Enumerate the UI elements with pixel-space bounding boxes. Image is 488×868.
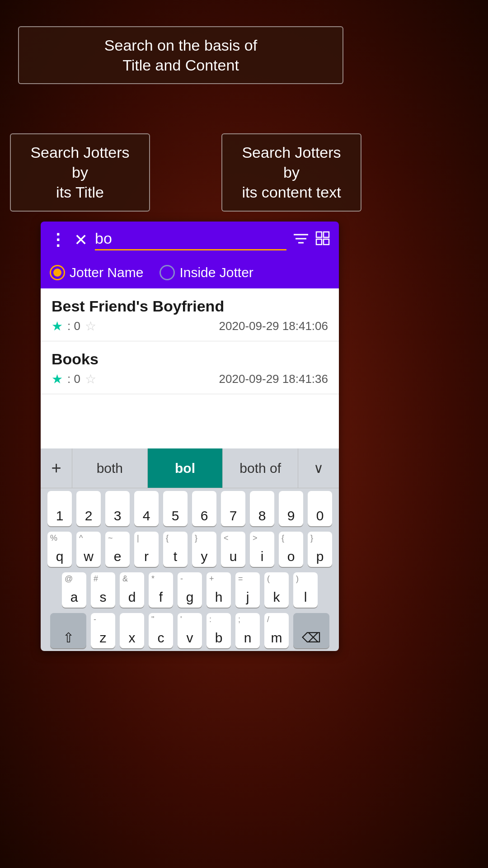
svg-rect-5 — [316, 232, 322, 237]
key-m[interactable]: /m — [264, 613, 289, 648]
autocomplete-item-both[interactable]: both — [72, 448, 148, 488]
autocomplete-item-both-of[interactable]: both of — [223, 448, 298, 488]
radio-inside-jotter-circle[interactable] — [160, 265, 175, 280]
key-7[interactable]: 7 — [221, 491, 245, 526]
radio-jotter-name-label: Jotter Name — [70, 265, 143, 280]
key-b[interactable]: :b — [206, 613, 231, 648]
autocomplete-bar: + both bol both of ∨ — [41, 448, 339, 488]
menu-dots-icon[interactable]: ⋮ — [50, 231, 67, 250]
keyboard-row-zxcv: ⇧ -z x "c 'v :b ;n /m ⌫ — [41, 610, 339, 651]
result-meta-2: ★ : 0 ☆ 2020-09-29 18:41:36 — [52, 372, 328, 387]
key-u[interactable]: <u — [221, 532, 245, 567]
result-item-2[interactable]: Books ★ : 0 ☆ 2020-09-29 18:41:36 — [41, 341, 339, 394]
key-e[interactable]: ~e — [105, 532, 130, 567]
tooltip-left-text: Search Jotters byits Title — [30, 144, 129, 201]
key-delete[interactable]: ⌫ — [293, 613, 329, 648]
key-n[interactable]: ;n — [235, 613, 260, 648]
result-date-2: 2020-09-29 18:41:36 — [219, 372, 328, 386]
star-count-1: : 0 — [67, 319, 80, 333]
key-h[interactable]: +h — [206, 572, 231, 608]
key-g[interactable]: -g — [178, 572, 202, 608]
result-meta-1: ★ : 0 ☆ 2020-09-29 18:41:06 — [52, 319, 328, 334]
key-f[interactable]: *f — [149, 572, 173, 608]
grid-icon[interactable] — [315, 231, 330, 249]
tooltip-search-title: Search Jotters byits Title — [10, 133, 150, 212]
close-icon[interactable]: ✕ — [74, 231, 88, 250]
stars-area-2: ★ : 0 ☆ — [52, 372, 96, 387]
keyboard-row-numbers: 1 2 3 4 5 6 7 8 9 0 — [41, 488, 339, 529]
search-bar: ⋮ ✕ bo — [41, 222, 339, 259]
key-2[interactable]: 2 — [76, 491, 101, 526]
phone-ui: ⋮ ✕ bo — [41, 222, 339, 651]
key-j[interactable]: =j — [235, 572, 260, 608]
stars-area-1: ★ : 0 ☆ — [52, 319, 96, 334]
key-d[interactable]: &d — [120, 572, 144, 608]
radio-jotter-name-circle[interactable] — [50, 265, 65, 280]
key-c[interactable]: "c — [149, 613, 173, 648]
filter-icon[interactable] — [294, 232, 308, 249]
key-q[interactable]: %q — [47, 532, 72, 567]
keyboard-row-asdf: @a #s &d *f -g +h =j (k )l — [41, 570, 339, 610]
search-input[interactable]: bo — [95, 230, 286, 250]
key-o[interactable]: {o — [279, 532, 303, 567]
key-w[interactable]: ^w — [76, 532, 101, 567]
tooltip-top-text: Search on the basis ofTitle and Content — [104, 37, 257, 74]
svg-rect-8 — [324, 239, 329, 245]
key-3[interactable]: 3 — [105, 491, 130, 526]
key-9[interactable]: 9 — [279, 491, 303, 526]
key-5[interactable]: 5 — [163, 491, 188, 526]
key-8[interactable]: 8 — [250, 491, 274, 526]
radio-inside-jotter-label: Inside Jotter — [179, 265, 253, 280]
key-shift[interactable]: ⇧ — [50, 613, 86, 648]
key-s[interactable]: #s — [91, 572, 115, 608]
results-list: Best Friend's Boyfriend ★ : 0 ☆ 2020-09-… — [41, 288, 339, 394]
key-r[interactable]: |r — [134, 532, 159, 567]
key-a[interactable]: @a — [62, 572, 86, 608]
result-item-1[interactable]: Best Friend's Boyfriend ★ : 0 ☆ 2020-09-… — [41, 288, 339, 341]
star-filled-icon-1: ★ — [52, 319, 63, 334]
key-k[interactable]: (k — [264, 572, 289, 608]
result-title-1: Best Friend's Boyfriend — [52, 297, 328, 315]
key-p[interactable]: }p — [308, 532, 332, 567]
key-z[interactable]: -z — [91, 613, 115, 648]
key-4[interactable]: 4 — [134, 491, 159, 526]
key-6[interactable]: 6 — [192, 491, 216, 526]
radio-jotter-name[interactable]: Jotter Name — [50, 265, 143, 280]
star-filled-icon-2: ★ — [52, 372, 63, 387]
key-0[interactable]: 0 — [308, 491, 332, 526]
svg-rect-6 — [324, 232, 329, 237]
search-input-area[interactable]: bo — [95, 230, 286, 250]
star-empty-icon-2: ☆ — [85, 372, 96, 387]
result-title-2: Books — [52, 350, 328, 368]
key-t[interactable]: {t — [163, 532, 188, 567]
result-date-1: 2020-09-29 18:41:06 — [219, 319, 328, 333]
tooltip-search-content: Search Jotters byits content text — [221, 133, 361, 212]
svg-rect-7 — [316, 239, 322, 245]
autocomplete-expand-button[interactable]: ∨ — [298, 448, 339, 488]
tooltip-search-basis: Search on the basis ofTitle and Content — [18, 26, 343, 84]
star-empty-icon-1: ☆ — [85, 319, 96, 334]
tooltip-right-text: Search Jotters byits content text — [242, 144, 341, 201]
key-i[interactable]: >i — [250, 532, 274, 567]
key-v[interactable]: 'v — [178, 613, 202, 648]
key-1[interactable]: 1 — [47, 491, 72, 526]
radio-bar: Jotter Name Inside Jotter — [41, 259, 339, 288]
key-l[interactable]: )l — [293, 572, 318, 608]
empty-area — [41, 394, 339, 448]
keyboard: 1 2 3 4 5 6 7 8 9 0 %q ^w ~e |r {t }y <u… — [41, 488, 339, 651]
key-x[interactable]: x — [120, 613, 144, 648]
key-y[interactable]: }y — [192, 532, 216, 567]
autocomplete-plus-button[interactable]: + — [41, 448, 72, 488]
keyboard-row-qwerty: %q ^w ~e |r {t }y <u >i {o }p — [41, 529, 339, 570]
autocomplete-item-bol[interactable]: bol — [148, 448, 223, 488]
radio-inside-jotter[interactable]: Inside Jotter — [160, 265, 253, 280]
star-count-2: : 0 — [67, 372, 80, 386]
